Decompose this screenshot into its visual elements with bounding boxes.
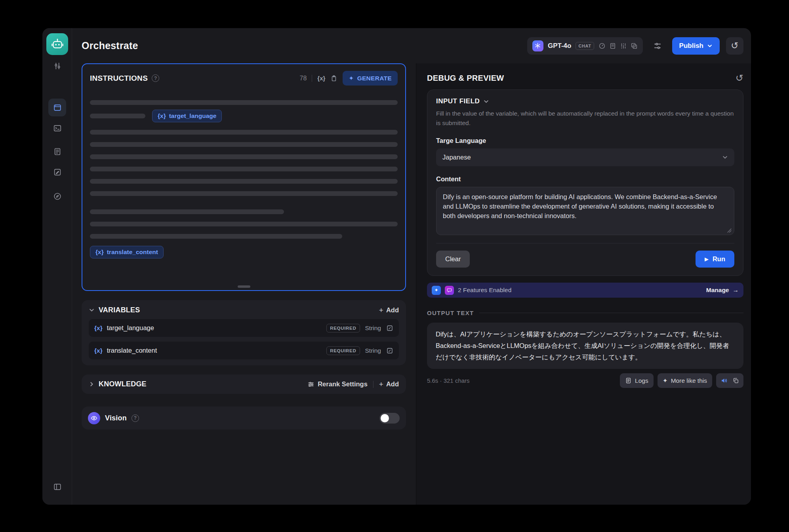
skeleton-line: [90, 179, 398, 184]
insert-variable-icon[interactable]: {x}: [317, 75, 325, 82]
variables-title: VARIABLES: [99, 306, 140, 314]
speaker-button[interactable]: [720, 377, 728, 384]
gauge-icon: [598, 42, 606, 49]
copy-output-button[interactable]: [732, 377, 739, 384]
target-language-label: Targe Language: [436, 137, 734, 144]
sidebar-collapse-button[interactable]: [48, 478, 66, 496]
skeleton-chip-row: {x} target_language: [90, 110, 398, 122]
variable-chip-translate-content[interactable]: {x} translate_content: [90, 246, 164, 258]
opener-feature-icon: ✦: [432, 286, 441, 295]
annotation-icon: [53, 168, 62, 177]
edit-variable-icon[interactable]: [386, 325, 393, 332]
knowledge-header[interactable]: KNOWLEDGE Rerank Settings: [89, 380, 399, 388]
audio-copy-group: [716, 373, 743, 388]
output-title: OUTPUT TEXT: [427, 310, 474, 316]
terminal-icon: [53, 124, 62, 133]
sliders-vertical-icon: [53, 62, 62, 70]
chevron-down-icon: [483, 99, 489, 104]
history-button[interactable]: ↺: [726, 37, 743, 55]
sparkle-icon: ✦: [349, 75, 354, 82]
speech-feature-icon: [445, 286, 454, 295]
knowledge-section: KNOWLEDGE Rerank Settings: [82, 374, 406, 394]
openai-logo-icon: [532, 40, 543, 51]
generate-button[interactable]: ✦ GENERATE: [343, 71, 398, 86]
copy-prompt-button[interactable]: [330, 75, 337, 82]
app-avatar[interactable]: [46, 33, 68, 55]
model-name: GPT-4o: [548, 42, 572, 50]
instructions-header: INSTRUCTIONS ? 78 {x}: [82, 64, 405, 87]
variable-row-target-language[interactable]: {x} target_language REQUIRED String: [89, 319, 399, 337]
instructions-body[interactable]: {x} target_language: [82, 87, 405, 258]
chevron-right-icon: [89, 381, 95, 387]
sidebar-item-orchestrate[interactable]: [48, 99, 66, 116]
skeleton-line: [90, 114, 145, 118]
help-icon[interactable]: ?: [132, 414, 139, 422]
content-textarea[interactable]: Dify is an open-source platform for buil…: [436, 187, 734, 235]
features-bar[interactable]: ✦ 2 Features Enabled Manage →: [427, 283, 743, 298]
variable-icon: {x}: [95, 249, 104, 256]
sidebar-item-api[interactable]: [48, 119, 66, 137]
skeleton-line: [90, 191, 398, 196]
clear-label: Clear: [445, 255, 461, 263]
content-label: Content: [436, 175, 734, 183]
help-icon[interactable]: ?: [152, 74, 159, 82]
divider: [312, 75, 312, 82]
manage-label: Manage: [706, 287, 729, 294]
skeleton-line: [90, 234, 342, 239]
debug-header: DEBUG & PREVIEW ↺: [427, 63, 743, 89]
target-language-select[interactable]: Japanese: [436, 148, 734, 166]
resize-drag-handle[interactable]: [238, 285, 250, 288]
parameters-button[interactable]: [649, 38, 666, 54]
variable-chip-label: target_language: [169, 112, 217, 120]
skeleton-line: [90, 154, 398, 159]
plus-icon: +: [379, 380, 383, 388]
sidebar-item-annotations[interactable]: [48, 163, 66, 181]
input-field-title: INPUT FIELD: [436, 97, 480, 105]
model-selector[interactable]: GPT-4o CHAT: [527, 37, 643, 55]
sidebar: [42, 28, 72, 505]
target-language-value: Japanese: [442, 154, 471, 161]
resize-corner-icon[interactable]: [727, 228, 732, 233]
add-knowledge-button[interactable]: + Add: [379, 380, 399, 388]
variable-name: target_language: [107, 324, 154, 332]
sidebar-item-settings[interactable]: [48, 57, 66, 75]
sidebar-item-logs[interactable]: [48, 142, 66, 160]
output-text: Difyは、AIアプリケーションを構築するためのオープンソースプラットフォームで…: [436, 331, 729, 361]
rerank-icon: [307, 381, 314, 388]
robot-icon: [51, 38, 64, 51]
debug-title: DEBUG & PREVIEW: [427, 74, 504, 83]
variable-icon: {x}: [94, 325, 103, 332]
document-list-icon: [53, 147, 62, 156]
instructions-editor[interactable]: INSTRUCTIONS ? 78 {x}: [82, 63, 406, 291]
content-area: INSTRUCTIONS ? 78 {x}: [72, 63, 751, 505]
edit-variable-icon[interactable]: [386, 347, 393, 354]
features-status: 2 Features Enabled: [458, 287, 511, 294]
input-field-header[interactable]: INPUT FIELD: [436, 97, 734, 105]
sidebar-item-monitoring[interactable]: [48, 187, 66, 205]
manage-features-button[interactable]: Manage →: [706, 287, 739, 294]
char-count: 78: [300, 75, 307, 82]
output-section-header: OUTPUT TEXT: [427, 310, 743, 316]
reset-button[interactable]: ↺: [736, 73, 743, 83]
sliders-horizontal-icon: [653, 42, 662, 50]
run-button[interactable]: ▶ Run: [696, 251, 734, 268]
variables-header[interactable]: VARIABLES + Add: [89, 306, 399, 314]
panel-collapse-icon: [53, 483, 62, 491]
vision-toggle[interactable]: [379, 413, 400, 424]
vision-eye-icon: [88, 412, 100, 424]
variable-icon: {x}: [94, 347, 103, 354]
chevron-down-icon: [89, 307, 95, 313]
instructions-title: INSTRUCTIONS: [90, 74, 148, 83]
document-icon: [609, 42, 616, 49]
app-window-icon: [53, 103, 62, 112]
more-like-this-button[interactable]: ✦ More like this: [658, 373, 712, 388]
variable-chip-target-language[interactable]: {x} target_language: [152, 110, 222, 122]
publish-button[interactable]: Publish: [672, 37, 720, 55]
clear-button[interactable]: Clear: [436, 251, 470, 268]
add-variable-button[interactable]: + Add: [379, 306, 399, 314]
arrow-right-icon: →: [733, 287, 739, 294]
logs-button[interactable]: Logs: [620, 373, 654, 388]
plus-icon: +: [379, 306, 383, 314]
rerank-settings-button[interactable]: Rerank Settings: [307, 380, 368, 388]
variable-row-translate-content[interactable]: {x} translate_content REQUIRED String: [89, 342, 399, 359]
